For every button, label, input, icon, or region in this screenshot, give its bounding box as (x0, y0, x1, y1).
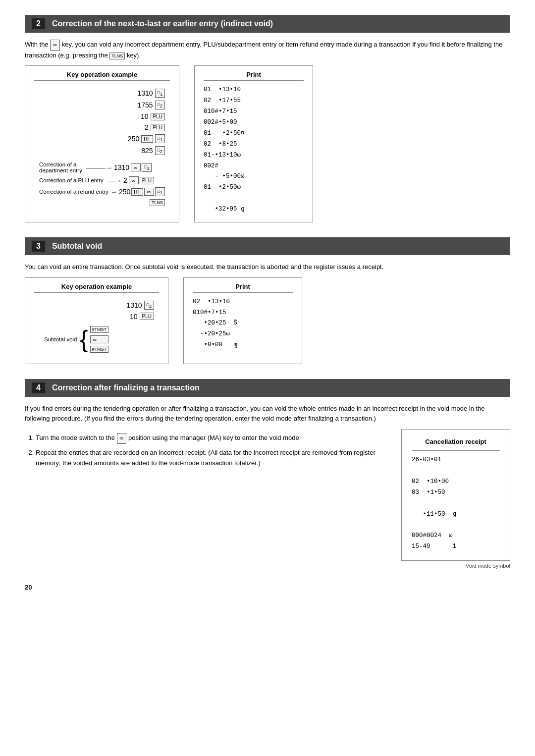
cr-line-blank1 (412, 466, 500, 477)
section-4-left: Turn the mode switch to the ∞ position u… (25, 429, 386, 569)
refund-correction-row: Correction of a refund entry → 250 RF ∞ … (39, 187, 165, 196)
cancellation-receipt-header: Cancellation receipt (412, 435, 500, 451)
print-line-2: 02 •17•55 (204, 96, 304, 107)
subtotal-void-label: Subtotal void (44, 336, 77, 342)
section-4-content: Turn the mode switch to the ∞ position u… (25, 429, 510, 569)
section-4: 4 Correction after finalizing a transact… (25, 379, 510, 569)
section-3-print-content: 02 •13•10 010#•7•15 •20•25 Š -•20•25ω •0… (193, 297, 293, 351)
cr-line-2: 02 •10•00 (412, 477, 500, 487)
page-number: 20 (25, 584, 510, 591)
key-row-10-plu: 10 PLU (141, 112, 165, 120)
section-2-key-op-box: Key operation example 1310 □1 1755 □2 (25, 65, 179, 222)
num-825: 825 (141, 147, 153, 155)
plu-correction-label: Correction of a PLU entry (39, 177, 104, 183)
refund-corr-num: 250 (119, 188, 130, 196)
inf-key-subtotal: ∞ (90, 335, 109, 343)
section-4-body: If you find errors during the tendering … (25, 404, 510, 425)
inf-key-plu: ∞ (129, 176, 139, 184)
cr-line-blank2 (412, 498, 500, 509)
section-2-title: Correction of the next-to-last or earlie… (52, 19, 273, 28)
s3-plu-key: PLU (140, 313, 154, 320)
plu-key-2: PLU (151, 124, 165, 131)
key-row-1310: 1310 □1 (137, 89, 165, 98)
step-2: Repeat the entries that are recorded on … (36, 448, 386, 469)
num-250: 250 (128, 135, 139, 143)
dept-corr-num: 1310 (114, 163, 129, 171)
section-2-body: With the ∞ key, you can void any incorre… (25, 40, 510, 60)
print-line-blank (204, 193, 304, 204)
steps-list: Turn the mode switch to the ∞ position u… (36, 433, 386, 468)
section-3-key-op-header: Key operation example (34, 283, 159, 293)
tlns-key-diagram: TLNS (150, 199, 165, 206)
cr-line-blank3 (412, 520, 500, 531)
print-line-8: 002# (204, 161, 304, 172)
void-mode-symbol-label: Void mode symbol (401, 563, 510, 569)
section-3-key-grid: 1310 □2 10 PLU (39, 301, 154, 322)
plu-correction-row: Correction of a PLU entry —→ 2 ∞ PLU (39, 176, 165, 184)
plu-key-1: PLU (151, 113, 165, 120)
section-3-op-print: Key operation example 1310 □2 10 PLU (25, 277, 510, 364)
inf-key-refund: ∞ (144, 188, 154, 196)
section-4-number: 4 (32, 382, 45, 393)
section-3-key-op-box: Key operation example 1310 □2 10 PLU (25, 277, 168, 364)
dept-arrow: ———→ (86, 164, 112, 171)
section-3-print-box: Print 02 •13•10 010#•7•15 •20•25 Š -•20•… (183, 277, 302, 364)
cancellation-receipt-content: 26-03•01 02 •10•00 03 •1•50 •11•50 ɡ 000… (412, 455, 500, 552)
s3-print-line-1: 02 •13•10 (193, 297, 293, 308)
key-row-1755: 1755 □2 (137, 101, 165, 109)
print-line-total: •32•95 ɡ (204, 204, 304, 215)
section-2-key-op-header: Key operation example (34, 71, 170, 81)
dept-correction-label-2: department entry (39, 167, 82, 173)
num-1310: 1310 (137, 89, 153, 97)
inf-key-dept: ∞ (131, 163, 141, 171)
key-row-825: 825 □2 (141, 146, 165, 155)
plu-key-corr: PLU (140, 177, 154, 184)
key-row-2-plu: 2 PLU (145, 123, 165, 131)
section-3-body: You can void an entire transaction. Once… (25, 262, 510, 272)
rf-key-corr: RF (131, 188, 143, 196)
num-1755: 1755 (137, 101, 153, 109)
s3-num-10: 10 (130, 313, 138, 321)
section-2-print-box: Print 01 •13•10 02 •17•55 010#•7•15 002#… (194, 65, 313, 222)
plu-corr-num: 2 (123, 176, 127, 184)
section-4-title: Correction after finalizing a transactio… (52, 383, 200, 392)
print-line-3: 010#•7•15 (204, 107, 304, 117)
print-line-9: - •5•00ω (204, 171, 304, 182)
tlns-key-inline: TLNS (109, 53, 125, 59)
section-2-print-content: 01 •13•10 02 •17•55 010#•7•15 002#•5•00 … (204, 85, 304, 215)
s3-print-line-3: •20•25 Š (193, 318, 293, 329)
tmst-key-1: #TMST (90, 326, 109, 333)
dept-correction-row: Correction of a department entry ———→ 13… (39, 162, 165, 173)
section-3-key-area: 1310 □2 10 PLU Subtotal void { # (34, 297, 159, 357)
tmst-key-2: #TMST (90, 346, 109, 353)
print-line-1: 01 •13•10 (204, 85, 304, 96)
s3-print-line-2: 010#•7•15 (193, 308, 293, 319)
section-2-print-header: Print (204, 71, 304, 81)
section-2-op-print: Key operation example 1310 □1 1755 □2 (25, 65, 510, 222)
cr-line-1: 26-03•01 (412, 455, 500, 466)
cancellation-receipt-box: Cancellation receipt 26-03•01 02 •10•00 … (401, 429, 510, 561)
section-2-key-grid: 1310 □1 1755 □2 10 PLU 2 (39, 89, 165, 157)
s3-key-row-10-plu: 10 PLU (130, 313, 154, 321)
refund-arrow: → (110, 188, 117, 196)
section-3-title: Subtotal void (52, 242, 102, 251)
dept1-key-b: □1 (155, 134, 165, 143)
section-3-header: 3 Subtotal void (25, 237, 510, 255)
section-2: 2 Correction of the next-to-last or earl… (25, 15, 510, 222)
step-1: Turn the mode switch to the ∞ position u… (36, 433, 386, 444)
cr-line-6: 15-49 1 (412, 541, 500, 552)
dept1-key-d: □1 (155, 187, 165, 196)
section-3-print-header: Print (193, 283, 293, 293)
s3-print-line-5: •0•00 ɱ (193, 340, 293, 351)
print-line-10: 01 •2•50ω (204, 182, 304, 193)
dept1-key-c: □1 (142, 163, 152, 172)
section-2-header: 2 Correction of the next-to-last or earl… (25, 15, 510, 33)
s3-num-1310: 1310 (126, 301, 142, 309)
section-2-key-area: 1310 □1 1755 □2 10 PLU 2 (34, 85, 170, 210)
dept-correction-label-1: Correction of a (39, 162, 82, 167)
cr-line-3: 03 •1•50 (412, 487, 500, 498)
num-10: 10 (141, 112, 149, 120)
s3-dept2-key: □2 (144, 301, 154, 310)
print-line-4: 002#•5•00 (204, 117, 304, 128)
dept2-key-b: □2 (155, 146, 165, 155)
